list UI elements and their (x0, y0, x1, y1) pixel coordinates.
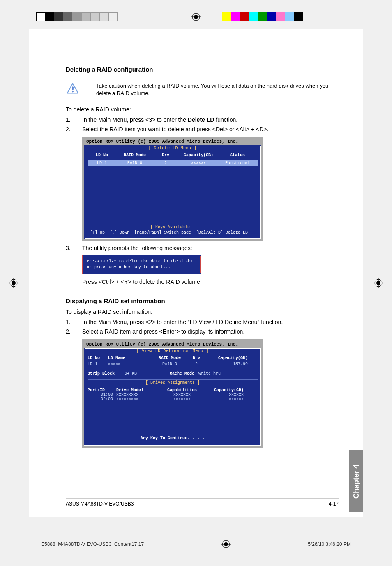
registration-mark-icon (8, 278, 19, 288)
page-footer: ASUS M4A88TD-V EVO/USB3 4-17 (66, 498, 339, 507)
bios-menu-label: [ View LD Defination Menu ] (88, 349, 258, 353)
bios-delete-ld-panel: Option ROM Utility (c) 2009 Advanced Mic… (82, 137, 263, 241)
step-3-after: Press <Ctrl> + <Y> to delete the RAID vo… (66, 278, 339, 286)
bios-confirm-prompt: Press Ctrl-Y to delte the data in the di… (82, 255, 201, 274)
print-slug: E5888_M4A88TD-V EVO-USB3_Content17 17 5/… (41, 539, 351, 550)
display-step-1: 1. In the Main Menu, press <2> to enter … (66, 318, 339, 327)
drives-assignments-headers: Port:ID Drive Model Capabilities Capacit… (88, 388, 258, 392)
drive-row: 01:00 xxxxxxxxx xxxxxxx xxxxxx (88, 392, 258, 397)
footer-left: ASUS M4A88TD-V EVO/USB3 (66, 501, 134, 507)
step-3: 3. The utility prompts the following mes… (66, 244, 339, 253)
drives-assignments-label: [ Drives Assignments ] (88, 379, 258, 387)
heading-delete-raid: Deleting a RAID configuration (66, 66, 339, 73)
bios-view-ld-panel: Option ROM Utility (c) 2009 Advanced Mic… (82, 339, 263, 448)
bios-menu-label: [ Delete LD Menu ] (88, 146, 258, 151)
caution-callout: Take caution when deleting a RAID volume… (66, 79, 339, 100)
heading-display-raid: Dispalying a RAID set information (66, 297, 339, 304)
bios-keys-label: [ Keys Available ] (88, 224, 258, 230)
slug-filename: E5888_M4A88TD-V EVO-USB3_Content17 17 (41, 541, 144, 547)
svg-rect-12 (72, 86, 74, 90)
bios-ld-row: LD 1 xxxxx RAID 0 2 157.99 (88, 361, 258, 367)
step-1: 1. In the Main Menu, press <3> to enter … (66, 116, 339, 124)
slug-timestamp: 5/26/10 3:46:20 PM (308, 541, 351, 547)
step-2: 2. Select the RAID item you want to dele… (66, 125, 339, 134)
delete-intro: To delete a RAID volume: (66, 106, 339, 113)
registration-mark-icon (191, 12, 201, 22)
bios-selected-row[interactable]: LD 1 RAID 0 2 xxxxxx Functional (88, 160, 258, 166)
caution-text: Take caution when deleting a RAID volume… (96, 82, 339, 97)
svg-point-13 (72, 91, 74, 93)
bios-title: Option ROM Utility (c) 2009 Advanced Mic… (84, 138, 261, 145)
bios-title: Option ROM Utility (c) 2009 Advanced Mic… (84, 341, 261, 348)
footer-right: 4-17 (329, 501, 339, 507)
registration-mark-icon (221, 539, 231, 550)
bios-any-key-prompt: Any Key To Continue....... (88, 434, 258, 443)
display-step-2: 2. Select a RAID item and press <Enter> … (66, 328, 339, 336)
bios-keys-row: [↑] Up [↓] Down [PaUp/PaDn] Switch page … (88, 230, 258, 237)
bios-column-headers: LD No LD Name RAID Mode Drv Capacity(GB) (88, 355, 258, 361)
bios-strip-cache-row: Strip Block 64 KB Cache Mode WriteThru (88, 371, 258, 377)
drive-row: 02:00 xxxxxxxxx xxxxxxx xxxxxx (88, 397, 258, 401)
registration-mark-icon (373, 278, 384, 288)
page-container: Deleting a RAID configuration Take cauti… (29, 29, 363, 517)
caution-icon (66, 82, 80, 95)
display-intro: To display a RAID set information: (66, 309, 339, 315)
chapter-tab: Chapter 4 (349, 450, 363, 512)
bios-column-headers: LD No RAID Mode Drv Capacity(GB) Status (88, 152, 258, 160)
